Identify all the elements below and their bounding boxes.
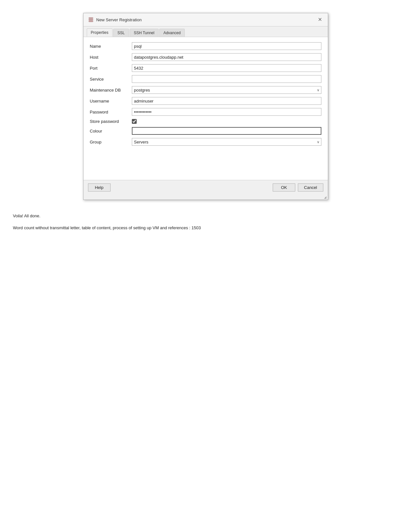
maintenance-db-select[interactable]: postgres bbox=[132, 86, 321, 94]
colour-swatch[interactable] bbox=[132, 127, 321, 135]
maintenance-db-row: Maintenance DB postgres ∨ bbox=[90, 86, 321, 94]
password-row: Password bbox=[90, 108, 321, 116]
new-server-dialog: New Server Registration ✕ Properties SSL… bbox=[83, 13, 328, 200]
service-row: Service bbox=[90, 75, 321, 83]
footer-right-buttons: OK Cancel bbox=[273, 183, 323, 192]
colour-row: Colour bbox=[90, 127, 321, 135]
tab-ssh-tunnel[interactable]: SSH Tunnel bbox=[130, 29, 159, 37]
group-row: Group Servers ∨ bbox=[90, 138, 321, 146]
database-icon bbox=[88, 17, 94, 23]
dialog-wrapper: New Server Registration ✕ Properties SSL… bbox=[13, 13, 398, 200]
username-label: Username bbox=[90, 99, 132, 103]
tabs-bar: Properties SSL SSH Tunnel Advanced bbox=[83, 26, 328, 37]
resize-corner-icon: ◢ bbox=[324, 195, 327, 199]
help-button[interactable]: Help bbox=[88, 183, 111, 192]
body-text-area: Voila! All done. Word count without tran… bbox=[13, 213, 398, 232]
cancel-button[interactable]: Cancel bbox=[298, 183, 323, 192]
svg-rect-2 bbox=[89, 21, 93, 22]
dialog-title: New Server Registration bbox=[96, 17, 142, 22]
group-select[interactable]: Servers bbox=[132, 138, 321, 146]
name-input[interactable] bbox=[132, 42, 321, 50]
host-label: Host bbox=[90, 55, 132, 60]
word-count-text: Word count without transmittal letter, t… bbox=[13, 225, 398, 232]
ok-button[interactable]: OK bbox=[273, 183, 295, 192]
store-password-wrapper bbox=[132, 119, 137, 124]
dialog-body: Name Host Port Service Maintenance DB bbox=[83, 37, 328, 180]
dialog-footer: Help OK Cancel bbox=[83, 180, 328, 195]
service-label: Service bbox=[90, 77, 132, 82]
username-row: Username bbox=[90, 97, 321, 105]
tab-advanced[interactable]: Advanced bbox=[159, 29, 185, 37]
port-input[interactable] bbox=[132, 64, 321, 72]
host-input[interactable] bbox=[132, 53, 321, 61]
port-label: Port bbox=[90, 66, 132, 71]
name-row: Name bbox=[90, 42, 321, 50]
tab-properties[interactable]: Properties bbox=[87, 28, 113, 37]
group-wrapper: Servers ∨ bbox=[132, 138, 321, 146]
port-row: Port bbox=[90, 64, 321, 72]
svg-rect-0 bbox=[89, 17, 93, 19]
dialog-titlebar: New Server Registration ✕ bbox=[83, 13, 328, 26]
dialog-title-left: New Server Registration bbox=[88, 17, 142, 23]
group-label: Group bbox=[90, 140, 132, 144]
host-row: Host bbox=[90, 53, 321, 61]
voila-text: Voila! All done. bbox=[13, 213, 398, 220]
close-button[interactable]: ✕ bbox=[317, 16, 323, 23]
maintenance-db-label: Maintenance DB bbox=[90, 88, 132, 93]
colour-label: Colour bbox=[90, 129, 132, 133]
store-password-row: Store password bbox=[90, 119, 321, 124]
password-label: Password bbox=[90, 110, 132, 114]
store-password-label: Store password bbox=[90, 119, 132, 124]
svg-rect-1 bbox=[89, 19, 93, 20]
name-label: Name bbox=[90, 44, 132, 49]
resize-handle[interactable]: ◢ bbox=[83, 195, 328, 200]
service-input[interactable] bbox=[132, 75, 321, 83]
username-input[interactable] bbox=[132, 97, 321, 105]
maintenance-db-wrapper: postgres ∨ bbox=[132, 86, 321, 94]
store-password-checkbox[interactable] bbox=[132, 119, 137, 124]
password-input[interactable] bbox=[132, 108, 321, 116]
tab-ssl[interactable]: SSL bbox=[113, 29, 129, 37]
